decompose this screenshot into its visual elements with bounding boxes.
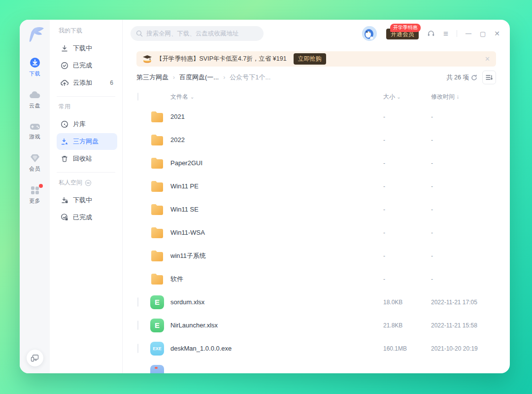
banner-close-icon[interactable]: ✕: [485, 55, 490, 63]
completed-lock-icon: [61, 214, 68, 221]
table-row[interactable]: Paper2GUI - -: [123, 151, 510, 175]
file-name[interactable]: Win11 PE: [170, 182, 383, 190]
refresh-icon[interactable]: [471, 74, 477, 81]
folder-icon: [150, 134, 164, 146]
sidebar-group-common: 常用: [59, 103, 117, 111]
file-name[interactable]: deskMan_1.0.0.0.exe: [170, 345, 383, 352]
support-headset-icon[interactable]: [427, 30, 435, 38]
row-checkbox[interactable]: [137, 297, 138, 307]
rail-item-more[interactable]: 更多: [29, 185, 40, 205]
folder-icon: [150, 204, 164, 215]
breadcrumb-item[interactable]: 百度网盘(一...: [179, 73, 219, 82]
column-header-name[interactable]: 文件名: [170, 93, 188, 101]
close-button[interactable]: ✕: [494, 30, 500, 37]
file-size: 18.0KB: [383, 299, 431, 306]
gamepad-icon: [29, 122, 41, 131]
table-row[interactable]: Win11-WSA - -: [123, 221, 510, 244]
column-header-size[interactable]: 大小 ⌄: [383, 93, 431, 101]
table-row[interactable]: win11子系统 - -: [123, 244, 510, 267]
file-size: -: [383, 183, 431, 190]
file-name[interactable]: win11子系统: [170, 251, 383, 260]
downloading-icon: [61, 44, 68, 52]
banner-cta-button[interactable]: 立即抢购: [294, 53, 326, 65]
table-row[interactable]: 2021 - -: [123, 105, 510, 128]
table-row[interactable]: E sordum.xlsx 18.0KB 2022-11-21 17:05: [123, 290, 510, 314]
row-checkbox[interactable]: [137, 321, 138, 330]
search-input[interactable]: [131, 26, 264, 41]
app-file-icon: [150, 365, 164, 374]
file-name[interactable]: NirLauncher.xlsx: [170, 322, 383, 329]
sidebar-group-my-downloads: 我的下载: [59, 27, 117, 35]
notification-dot: [39, 184, 43, 188]
file-size: 160.1MB: [383, 345, 431, 352]
breadcrumb-item[interactable]: 第三方网盘: [136, 73, 168, 82]
file-name[interactable]: 2022: [170, 136, 383, 143]
folder-icon: [150, 250, 164, 262]
sidebar-item-private-downloading[interactable]: 下载中: [57, 192, 117, 209]
sidebar-item-library[interactable]: 片库: [57, 116, 117, 133]
file-size: 21.8KB: [383, 322, 431, 329]
promo-banner: 【开学季特惠】SVIP年卡低至4.7折，立省 ¥191 立即抢购 ✕: [136, 51, 496, 67]
file-name[interactable]: Win11-WSA: [170, 229, 383, 236]
rail-label: 更多: [29, 197, 40, 205]
file-name[interactable]: sordum.xlsx: [170, 298, 383, 306]
cloud-add-icon: [61, 79, 68, 87]
sidebar: 我的下载 下载中 已完成 云添加 6 常用: [50, 20, 123, 373]
rail-item-vip[interactable]: 会员: [29, 153, 40, 173]
file-size: -: [383, 160, 431, 167]
table-row[interactable]: 软件 - -: [123, 267, 510, 290]
rail-item-download[interactable]: 下载: [29, 57, 40, 77]
file-name[interactable]: 软件: [170, 275, 383, 284]
table-row[interactable]: 2022 - -: [123, 128, 510, 151]
select-all-checkbox[interactable]: [137, 93, 138, 101]
search-icon: [136, 30, 143, 37]
table-row[interactable]: E NirLauncher.xlsx 21.8KB 2022-11-21 15:…: [123, 314, 510, 337]
rail-item-games[interactable]: 游戏: [29, 122, 41, 141]
chevron-right-icon: ›: [173, 74, 175, 81]
row-checkbox[interactable]: [137, 344, 138, 353]
sort-list-icon: [486, 74, 493, 80]
minimize-button[interactable]: —: [466, 31, 471, 36]
sidebar-item-third-party-disk[interactable]: 三方网盘: [57, 133, 117, 150]
menu-icon[interactable]: ≡: [443, 30, 448, 38]
file-size: -: [383, 113, 431, 120]
table-row[interactable]: [123, 360, 510, 373]
media-library-icon: [61, 120, 68, 128]
desktop-background: { "topbar": { "search_placeholder": "搜索全…: [0, 0, 532, 394]
file-name[interactable]: Win11 SE: [170, 206, 383, 213]
view-sort-button[interactable]: [482, 71, 496, 84]
more-grid-icon: [30, 185, 40, 195]
vip-open-button[interactable]: 开学季特惠 开通会员: [386, 29, 419, 38]
sort-desc-arrow-icon: ↓: [456, 93, 459, 100]
left-rail: 下载 云盘 游戏 会员: [20, 20, 50, 373]
phone-monitor-icon: [31, 355, 39, 362]
file-time: -: [431, 206, 495, 213]
column-header-time[interactable]: 修改时间 ↓: [431, 93, 495, 101]
excel-file-icon: E: [150, 295, 164, 309]
file-list: 2021 - - 2022 - - Paper2GUI - - Win11: [123, 105, 510, 373]
maximize-button[interactable]: ▢: [480, 31, 486, 37]
avatar[interactable]: [362, 26, 377, 41]
sidebar-item-downloading[interactable]: 下载中: [57, 40, 117, 57]
chevron-down-icon: ⌄: [190, 94, 194, 100]
sidebar-item-private-completed[interactable]: 已完成: [57, 209, 117, 226]
file-name[interactable]: 2021: [170, 113, 383, 120]
table-row[interactable]: Win11 SE - -: [123, 198, 510, 221]
file-name[interactable]: Paper2GUI: [170, 159, 383, 167]
downloading-lock-icon: [61, 196, 68, 204]
table-row[interactable]: Win11 PE - -: [123, 175, 510, 198]
file-time: -: [431, 252, 495, 259]
sidebar-item-cloud-add[interactable]: 云添加 6: [57, 74, 117, 91]
table-row[interactable]: EXE deskMan_1.0.0.0.exe 160.1MB 2021-10-…: [123, 337, 510, 360]
divider: [457, 30, 457, 37]
rail-item-cloud-disk[interactable]: 云盘: [29, 90, 41, 109]
sidebar-item-recycle-bin[interactable]: 回收站: [57, 150, 117, 167]
eye-icon[interactable]: [85, 179, 92, 186]
third-party-disk-icon: [61, 138, 68, 145]
rail-label: 会员: [29, 165, 40, 173]
chevron-right-icon: ›: [223, 74, 225, 81]
connect-device-button[interactable]: [27, 350, 43, 366]
sidebar-item-completed[interactable]: 已完成: [57, 57, 117, 74]
breadcrumb-item-current: 公众号下1个...: [230, 73, 270, 82]
vip-promo-badge: 开学季特惠: [390, 24, 421, 32]
